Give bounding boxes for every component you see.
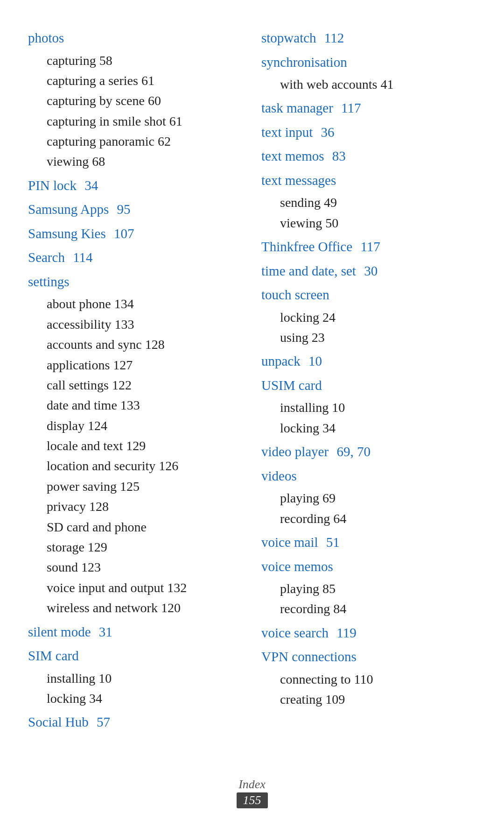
entry-heading: stopwatch 112 [261, 28, 476, 49]
footer-label: Index [0, 778, 504, 792]
sub-entry: display 124 [47, 416, 243, 436]
sub-entries: playing 69recording 64 [280, 488, 476, 529]
entry-heading: settings [28, 272, 243, 292]
entry-heading: SIM card [28, 646, 243, 666]
entry-heading: silent mode 31 [28, 622, 243, 643]
sub-entry: installing 10 [280, 397, 476, 417]
sub-entry: locking 34 [47, 688, 243, 708]
entry-heading: videos [261, 466, 476, 487]
entry-heading: voice mail 51 [261, 532, 476, 553]
index-entry-group: video player 69, 70 [261, 442, 476, 462]
entry-page-num: 57 [93, 714, 110, 729]
entry-title: VPN connections [261, 649, 357, 664]
index-entry-group: Samsung Kies 107 [28, 224, 243, 244]
sub-entries: playing 85recording 84 [280, 579, 476, 619]
entry-heading: touch screen [261, 285, 476, 305]
entry-heading: Search 114 [28, 247, 243, 268]
entry-title: synchronisation [261, 55, 347, 70]
sub-entries: sending 49viewing 50 [280, 192, 476, 233]
index-entry-group: Thinkfree Office 117 [261, 237, 476, 257]
sub-entry: with web accounts 41 [280, 74, 476, 94]
sub-entry: power saving 125 [47, 476, 243, 496]
entry-page-num: 69, 70 [333, 444, 371, 459]
sub-entries: with web accounts 41 [280, 74, 476, 94]
sub-entry: capturing panoramic 62 [47, 131, 243, 151]
entry-heading: text input 36 [261, 122, 476, 143]
entry-title: Social Hub 57 [28, 714, 110, 729]
entry-heading: Samsung Kies 107 [28, 224, 243, 244]
entry-heading: Samsung Apps 95 [28, 199, 243, 220]
entry-page-num: 10 [305, 353, 322, 368]
entry-title: time and date, set 30 [261, 263, 378, 278]
entry-title: SIM card [28, 648, 79, 663]
right-column: stopwatch 112synchronisationwith web acc… [257, 28, 476, 736]
entry-title: silent mode 31 [28, 624, 112, 639]
entry-page-num: 114 [70, 250, 93, 265]
entry-heading: PIN lock 34 [28, 176, 243, 196]
sub-entry: playing 69 [280, 488, 476, 508]
entry-heading: video player 69, 70 [261, 442, 476, 462]
entry-title: PIN lock 34 [28, 178, 98, 193]
entry-title: photos [28, 30, 64, 45]
sub-entry: privacy 128 [47, 496, 243, 516]
entry-page-num: 117 [357, 239, 380, 254]
entry-title: text memos 83 [261, 148, 346, 163]
sub-entry: accessibility 133 [47, 314, 243, 334]
sub-entry: playing 85 [280, 579, 476, 599]
page-footer: Index 155 [0, 778, 504, 808]
entry-title: touch screen [261, 287, 329, 302]
sub-entries: locking 24using 23 [280, 307, 476, 348]
sub-entry: viewing 68 [47, 151, 243, 171]
entry-page-num: 51 [323, 535, 340, 550]
sub-entry: applications 127 [47, 355, 243, 375]
entry-page-num: 36 [317, 125, 334, 140]
sub-entry: accounts and sync 128 [47, 334, 243, 354]
entry-title: task manager 117 [261, 100, 361, 115]
entry-heading: Social Hub 57 [28, 712, 243, 733]
sub-entry: SD card and phone [47, 517, 243, 537]
sub-entry: about phone 134 [47, 294, 243, 314]
index-entry-group: time and date, set 30 [261, 261, 476, 282]
index-entry-group: voice mail 51 [261, 532, 476, 553]
sub-entries: capturing 58capturing a series 61capturi… [47, 50, 243, 172]
entry-page-num: 30 [361, 263, 378, 278]
index-entry-group: VPN connectionsconnecting to 110creating… [261, 647, 476, 709]
index-entry-group: unpack 10 [261, 351, 476, 372]
entry-heading: photos [28, 28, 243, 49]
sub-entry: sending 49 [280, 192, 476, 212]
sub-entry: recording 64 [280, 509, 476, 529]
page-content: photoscapturing 58capturing a series 61c… [0, 0, 504, 783]
index-entry-group: photoscapturing 58capturing a series 61c… [28, 28, 243, 172]
index-entry-group: voice memosplaying 85recording 84 [261, 557, 476, 619]
sub-entry: sound 123 [47, 557, 243, 577]
entry-page-num: 112 [321, 30, 344, 45]
entry-heading: synchronisation [261, 52, 476, 73]
sub-entry: wireless and network 120 [47, 598, 243, 618]
sub-entry: creating 109 [280, 689, 476, 709]
sub-entries: about phone 134accessibility 133accounts… [47, 294, 243, 618]
index-entry-group: videosplaying 69recording 64 [261, 466, 476, 529]
sub-entry: call settings 122 [47, 375, 243, 395]
entry-page-num: 119 [333, 625, 357, 640]
entry-title: text input 36 [261, 125, 335, 140]
index-entry-group: USIM cardinstalling 10locking 34 [261, 375, 476, 438]
index-entry-group: text memos 83 [261, 146, 476, 167]
sub-entries: installing 10locking 34 [280, 397, 476, 438]
index-entry-group: SIM cardinstalling 10locking 34 [28, 646, 243, 708]
sub-entry: recording 84 [280, 599, 476, 619]
index-entry-group: Samsung Apps 95 [28, 199, 243, 220]
sub-entry: connecting to 110 [280, 669, 476, 689]
entry-title: videos [261, 468, 297, 483]
left-column: photoscapturing 58capturing a series 61c… [28, 28, 257, 736]
entry-page-num: 31 [96, 624, 112, 639]
entry-title: Search 114 [28, 250, 93, 265]
index-entry-group: stopwatch 112 [261, 28, 476, 49]
index-entry-group: voice search 119 [261, 623, 476, 643]
entry-heading: text memos 83 [261, 146, 476, 167]
sub-entry: capturing by scene 60 [47, 91, 243, 111]
sub-entry: installing 10 [47, 668, 243, 688]
index-entry-group: task manager 117 [261, 98, 476, 119]
sub-entry: capturing in smile shot 61 [47, 111, 243, 131]
entry-page-num: 83 [329, 148, 346, 163]
entry-heading: voice memos [261, 557, 476, 577]
